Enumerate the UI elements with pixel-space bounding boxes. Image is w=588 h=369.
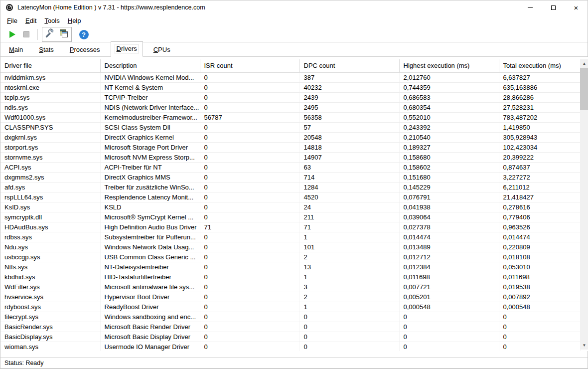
table-row[interactable]: BasicRender.sysMicrosoft Basic Render Dr… bbox=[0, 322, 580, 332]
table-row[interactable]: hvservice.sysHypervisor Boot Driver020,0… bbox=[0, 292, 580, 302]
table-row[interactable]: wioman.sysUsermode IO Manager Driver0000 bbox=[0, 342, 580, 351]
scroll-up-button[interactable]: ▲ bbox=[580, 59, 588, 68]
tab-drivers[interactable]: Drivers bbox=[111, 41, 143, 57]
cell-isr-count: 0 bbox=[200, 102, 299, 112]
table-row[interactable]: Ntfs.sysNT-Dateisystemtreiber0130,012384… bbox=[0, 262, 580, 272]
table-row[interactable]: ntoskrnl.exeNT Kernel & System0402320,74… bbox=[0, 82, 580, 92]
cell-description: HID-Tastaturfiltertreiber bbox=[100, 272, 200, 282]
table-row[interactable]: HDAudBus.sysHigh Definition Audio Bus Dr… bbox=[0, 222, 580, 232]
table-row[interactable]: rdbss.sysSubsystemtreiber für Pufferun..… bbox=[0, 232, 580, 242]
table-row[interactable]: kbdhid.sysHID-Tastaturfiltertreiber010,0… bbox=[0, 272, 580, 282]
cell-description: High Definition Audio Bus Driver bbox=[100, 222, 200, 232]
cell-total-execution-ms: 0 bbox=[499, 322, 580, 332]
cell-driver-file: symcryptk.dll bbox=[0, 212, 100, 222]
maximize-button[interactable] bbox=[542, 0, 565, 14]
menu-tools[interactable]: Tools bbox=[40, 15, 63, 26]
cell-description: DirectX Graphics Kernel bbox=[100, 132, 200, 142]
table-row[interactable]: ndis.sysNDIS (Network Driver Interface..… bbox=[0, 102, 580, 112]
table-row[interactable]: symcryptk.dllMicrosoft® SymCrypt Kernel … bbox=[0, 212, 580, 222]
tab-stats-label: Stats bbox=[39, 46, 54, 53]
cell-highest-execution-ms: 0,005201 bbox=[399, 292, 499, 302]
table-row[interactable]: stornvme.sysMicrosoft NVM Express Storp.… bbox=[0, 152, 580, 162]
tab-main[interactable]: Main bbox=[3, 43, 28, 56]
tab-cpus[interactable]: CPUs bbox=[148, 43, 176, 56]
play-icon bbox=[9, 31, 15, 38]
status-text: Status: Ready bbox=[4, 360, 44, 367]
table-row[interactable]: usbccgp.sysUSB Common Class Generic ...0… bbox=[0, 252, 580, 262]
table-row[interactable]: BasicDisplay.sysMicrosoft Basic Display … bbox=[0, 332, 580, 342]
menu-edit[interactable]: Edit bbox=[21, 15, 40, 26]
cell-driver-file: wioman.sys bbox=[0, 342, 100, 351]
driver-options-button[interactable] bbox=[43, 28, 57, 41]
cell-total-execution-ms: 0 bbox=[499, 332, 580, 342]
cell-driver-file: dxgkrnl.sys bbox=[0, 132, 100, 142]
cell-isr-count: 56787 bbox=[200, 112, 299, 122]
table-row[interactable]: storport.sysMicrosoft Storage Port Drive… bbox=[0, 142, 580, 152]
table-row[interactable]: dxgkrnl.sysDirectX Graphics Kernel020548… bbox=[0, 132, 580, 142]
table-row[interactable]: tcpip.sysTCP/IP-Treiber024390,68658328,8… bbox=[0, 92, 580, 102]
cell-driver-file: usbccgp.sys bbox=[0, 252, 100, 262]
cell-highest-execution-ms: 0 bbox=[399, 312, 499, 322]
table-row[interactable]: afd.sysTreiber für zusätzliche WinSo...0… bbox=[0, 182, 580, 192]
table-row[interactable]: Ndu.sysWindows Network Data Usag...01010… bbox=[0, 242, 580, 252]
table-row[interactable]: rdyboost.sysReadyBoost Driver010,0005480… bbox=[0, 302, 580, 312]
table-row[interactable]: WdFilter.sysMicrosoft antimalware file s… bbox=[0, 282, 580, 292]
scrollbar-thumb[interactable] bbox=[580, 68, 588, 110]
cell-description: Treiber für zusätzliche WinSo... bbox=[100, 182, 200, 192]
cell-driver-file: stornvme.sys bbox=[0, 152, 100, 162]
copy-report-button[interactable] bbox=[57, 28, 71, 41]
column-header-highest-execution[interactable]: Highest execution (ms) bbox=[399, 59, 499, 72]
cell-isr-count: 0 bbox=[200, 162, 299, 172]
cell-dpc-count: 57 bbox=[299, 122, 399, 132]
start-monitor-button[interactable] bbox=[5, 28, 19, 41]
table-row[interactable]: CLASSPNP.SYSSCSI Class System Dll0570,24… bbox=[0, 122, 580, 132]
cell-total-execution-ms: 1,419850 bbox=[499, 122, 580, 132]
column-header-driver-file[interactable]: Driver file bbox=[0, 59, 100, 72]
column-header-total-execution[interactable]: Total execution (ms) bbox=[499, 59, 580, 72]
table-row[interactable]: Wdf01000.sysKernelmodustreiber-Framewor.… bbox=[0, 112, 580, 122]
cell-dpc-count: 2439 bbox=[299, 92, 399, 102]
column-header-dpc-count[interactable]: DPC count bbox=[299, 59, 399, 72]
cell-dpc-count: 211 bbox=[299, 212, 399, 222]
copy-icon bbox=[59, 28, 69, 40]
table-row[interactable]: KsID.sysKSLD0240,0419380,278616 bbox=[0, 202, 580, 212]
cell-driver-file: ntoskrnl.exe bbox=[0, 82, 100, 92]
table-row[interactable]: dxgmms2.sysDirectX Graphics MMS07140,151… bbox=[0, 172, 580, 182]
cell-description: DirectX Graphics MMS bbox=[100, 172, 200, 182]
cell-total-execution-ms: 102,423034 bbox=[499, 142, 580, 152]
table-row[interactable]: rspLLL64.sysResplendence Latency Monit..… bbox=[0, 192, 580, 202]
column-header-isr-count[interactable]: ISR count bbox=[200, 59, 299, 72]
cell-isr-count: 0 bbox=[200, 82, 299, 92]
cell-driver-file: filecrypt.sys bbox=[0, 312, 100, 322]
table-row[interactable]: nvlddmkm.sysNVIDIA Windows Kernel Mod...… bbox=[0, 72, 580, 82]
tab-processes-label: Processes bbox=[70, 46, 100, 53]
tab-processes[interactable]: Processes bbox=[64, 43, 106, 56]
scroll-down-button[interactable]: ▼ bbox=[580, 341, 588, 350]
menu-help[interactable]: Help bbox=[64, 15, 85, 26]
cell-highest-execution-ms: 2,012760 bbox=[399, 72, 499, 82]
stop-monitor-button[interactable] bbox=[19, 28, 33, 41]
toolbar-separator bbox=[37, 29, 38, 40]
table-row[interactable]: filecrypt.sysWindows sandboxing and enc.… bbox=[0, 312, 580, 322]
minimize-button[interactable] bbox=[519, 0, 542, 14]
title-bar[interactable]: LatencyMon (Home Edition ) v 7.31 - http… bbox=[0, 0, 588, 14]
vertical-scrollbar[interactable]: ▲ ▼ bbox=[580, 59, 588, 350]
app-window: LatencyMon (Home Edition ) v 7.31 - http… bbox=[0, 0, 588, 369]
cell-dpc-count: 1 bbox=[299, 232, 399, 242]
scroll-down-icon: ▼ bbox=[583, 343, 587, 348]
cell-highest-execution-ms: 0,552010 bbox=[399, 112, 499, 122]
cell-highest-execution-ms: 0,012712 bbox=[399, 252, 499, 262]
tab-stats[interactable]: Stats bbox=[33, 43, 59, 56]
cell-driver-file: WdFilter.sys bbox=[0, 282, 100, 292]
menu-file[interactable]: File bbox=[3, 15, 21, 26]
column-header-description[interactable]: Description bbox=[100, 59, 200, 72]
cell-isr-count: 0 bbox=[200, 212, 299, 222]
help-button[interactable]: ? bbox=[77, 28, 91, 41]
cell-isr-count: 0 bbox=[200, 132, 299, 142]
cell-dpc-count: 14907 bbox=[299, 152, 399, 162]
cell-total-execution-ms: 6,637827 bbox=[499, 72, 580, 82]
table-row[interactable]: ACPI.sysACPI-Treiber für NT0630,1586020,… bbox=[0, 162, 580, 172]
close-button[interactable]: × bbox=[565, 0, 588, 14]
cell-description: Windows sandboxing and enc... bbox=[100, 312, 200, 322]
cell-description: Microsoft Storage Port Driver bbox=[100, 142, 200, 152]
